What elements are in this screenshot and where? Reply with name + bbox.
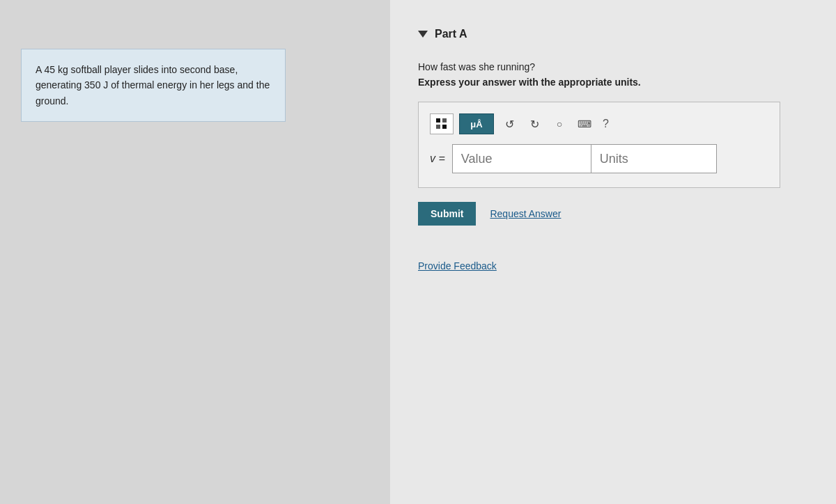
collapse-arrow-icon[interactable] <box>418 31 428 38</box>
matrix-cell <box>442 125 447 129</box>
matrix-button[interactable] <box>430 113 454 134</box>
matrix-cell <box>436 125 440 129</box>
question-text: How fast was she running? <box>418 61 535 72</box>
provide-feedback-button[interactable]: Provide Feedback <box>418 260 497 271</box>
refresh-icon <box>557 118 562 130</box>
redo-icon <box>530 118 539 131</box>
refresh-button[interactable] <box>550 114 569 134</box>
mu-button[interactable]: μÅ <box>459 113 494 134</box>
toolbar: μÅ ? <box>430 113 768 134</box>
problem-box: A 45 kg softball player slides into seco… <box>21 49 286 122</box>
instruction-text: Express your answer with the appropriate… <box>418 77 641 88</box>
units-input[interactable] <box>591 144 717 173</box>
problem-text: A 45 kg softball player slides into seco… <box>36 64 270 107</box>
left-panel: A 45 kg softball player slides into seco… <box>0 0 390 504</box>
answer-box: μÅ ? v = <box>418 102 780 188</box>
redo-button[interactable] <box>525 114 544 134</box>
mu-label: μÅ <box>470 119 482 129</box>
help-label[interactable]: ? <box>603 118 609 130</box>
request-answer-button[interactable]: Request Answer <box>490 208 561 219</box>
right-panel: Part A How fast was she running? Express… <box>390 0 836 504</box>
input-row: v = <box>430 144 768 173</box>
variable-label: v = <box>430 152 445 165</box>
undo-icon <box>505 118 514 131</box>
matrix-icon <box>436 118 447 129</box>
undo-button[interactable] <box>500 114 519 134</box>
value-input[interactable] <box>452 144 591 173</box>
keyboard-icon <box>578 118 591 130</box>
matrix-cell <box>442 118 447 123</box>
matrix-cell <box>436 118 440 123</box>
part-title: Part A <box>435 28 467 40</box>
part-header: Part A <box>418 28 467 40</box>
submit-button[interactable]: Submit <box>418 202 476 226</box>
action-row: Submit Request Answer <box>418 202 561 226</box>
keyboard-button[interactable] <box>575 114 594 134</box>
